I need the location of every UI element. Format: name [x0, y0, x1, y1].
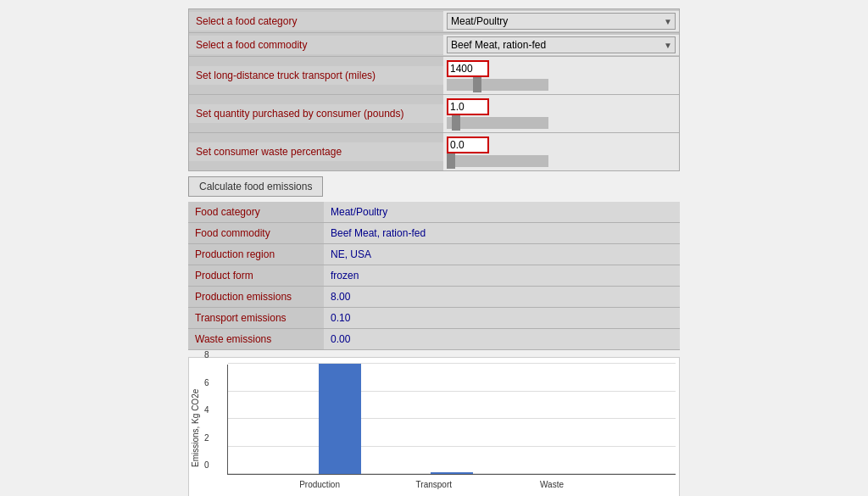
chart-area: 02468ProductionTransportWaste — [202, 365, 676, 492]
result-product-form-label: Product form — [188, 265, 324, 287]
food-commodity-control: Beef Meat, ration-fed Chicken Pork Turke… — [443, 35, 679, 55]
bar-group: Production — [319, 364, 361, 474]
chart-section: Emissions, Kg CO2e 02468ProductionTransp… — [188, 357, 680, 496]
food-commodity-label: Select a food commodity — [189, 36, 443, 54]
result-food-category-value: Meat/Poultry — [324, 202, 680, 223]
main-container: Select a food category Meat/Poultry Dair… — [188, 8, 680, 496]
result-food-commodity-label: Food commodity — [188, 223, 324, 244]
truck-transport-slider[interactable] — [447, 79, 548, 91]
calc-button-row: Calculate food emissions — [188, 176, 680, 197]
result-waste-emissions-row: Waste emissions 0.00 — [188, 329, 680, 350]
quantity-slider[interactable] — [447, 117, 548, 129]
bar-production — [319, 364, 361, 474]
waste-slider[interactable] — [447, 155, 548, 167]
calculate-button[interactable]: Calculate food emissions — [188, 176, 323, 197]
truck-transport-label: Set long-distance truck transport (miles… — [189, 66, 443, 85]
x-label-production: Production — [299, 480, 340, 489]
food-commodity-row: Select a food commodity Beef Meat, ratio… — [189, 33, 679, 57]
y-axis-label: Emissions, Kg CO2e — [189, 365, 202, 492]
result-production-emissions-value: 8.00 — [324, 287, 680, 308]
gridline — [228, 418, 676, 419]
result-production-region-label: Production region — [188, 244, 324, 265]
quantity-row: Set quantity purchased by consumer (poun… — [189, 95, 679, 133]
food-category-select[interactable]: Meat/Poultry Dairy Grains Vegetables Fru… — [447, 13, 676, 30]
y-tick-label: 8 — [204, 350, 209, 359]
result-production-emissions-label: Production emissions — [188, 287, 324, 308]
quantity-control — [443, 95, 679, 132]
x-label-transport: Transport — [416, 480, 452, 489]
bar-group: Transport — [431, 472, 473, 474]
result-production-region-value: NE, USA — [324, 244, 680, 265]
y-tick-label: 4 — [204, 405, 209, 415]
truck-transport-slider-container — [447, 59, 676, 92]
y-tick-label: 0 — [204, 460, 209, 470]
gridline — [228, 363, 676, 364]
x-label-waste: Waste — [540, 480, 564, 489]
result-transport-emissions-row: Transport emissions 0.10 — [188, 308, 680, 329]
quantity-label: Set quantity purchased by consumer (poun… — [189, 104, 443, 123]
result-product-form-value: frozen — [324, 265, 680, 287]
result-production-region-row: Production region NE, USA — [188, 244, 680, 265]
food-commodity-select[interactable]: Beef Meat, ration-fed Chicken Pork Turke… — [447, 36, 676, 53]
truck-transport-control — [443, 57, 679, 94]
result-transport-emissions-value: 0.10 — [324, 308, 680, 329]
result-food-category-row: Food category Meat/Poultry — [188, 202, 680, 223]
result-production-emissions-row: Production emissions 8.00 — [188, 287, 680, 308]
y-tick-label: 2 — [204, 432, 209, 442]
chart-plot: 02468ProductionTransportWaste — [227, 365, 676, 475]
result-food-category-label: Food category — [188, 202, 324, 223]
food-category-control: Meat/Poultry Dairy Grains Vegetables Fru… — [443, 11, 679, 31]
result-waste-emissions-label: Waste emissions — [188, 329, 324, 350]
truck-transport-input[interactable] — [447, 60, 489, 77]
truck-transport-row: Set long-distance truck transport (miles… — [189, 57, 679, 95]
result-food-commodity-value: Beef Meat, ration-fed — [324, 223, 680, 244]
result-product-form-row: Product form frozen — [188, 265, 680, 287]
quantity-slider-container — [447, 97, 676, 131]
waste-row: Set consumer waste percentage — [189, 133, 679, 170]
form-section: Select a food category Meat/Poultry Dair… — [188, 8, 680, 171]
food-category-label: Select a food category — [189, 12, 443, 31]
food-commodity-select-wrapper: Beef Meat, ration-fed Chicken Pork Turke… — [447, 36, 676, 53]
results-table: Food category Meat/Poultry Food commodit… — [188, 202, 680, 350]
food-category-row: Select a food category Meat/Poultry Dair… — [189, 9, 679, 33]
waste-control — [443, 133, 679, 170]
waste-label: Set consumer waste percentage — [189, 142, 443, 161]
quantity-input[interactable] — [447, 98, 489, 115]
chart-inner: Emissions, Kg CO2e 02468ProductionTransp… — [189, 365, 676, 492]
food-category-select-wrapper: Meat/Poultry Dairy Grains Vegetables Fru… — [447, 13, 676, 30]
y-tick-label: 6 — [204, 377, 209, 387]
bar-transport — [431, 472, 473, 474]
result-food-commodity-row: Food commodity Beef Meat, ration-fed — [188, 223, 680, 244]
result-waste-emissions-value: 0.00 — [324, 329, 680, 350]
waste-input[interactable] — [447, 137, 489, 153]
gridline — [228, 446, 676, 447]
waste-slider-container — [447, 135, 676, 169]
gridline — [228, 391, 676, 392]
result-transport-emissions-label: Transport emissions — [188, 308, 324, 329]
